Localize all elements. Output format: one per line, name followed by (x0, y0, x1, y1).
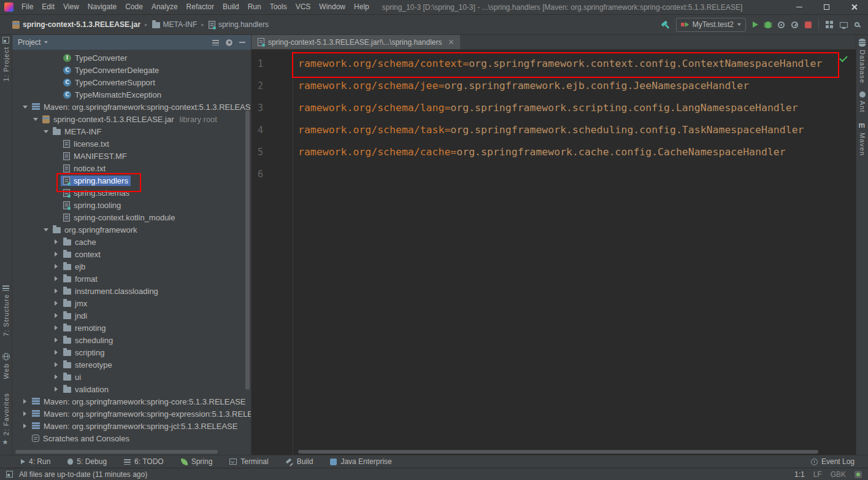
tree-row[interactable]: MANIFEST.MF (12, 150, 251, 162)
tree-row[interactable]: Maven: org.springframework:spring-expres… (12, 408, 251, 420)
run-button[interactable] (753, 21, 758, 28)
editor-tab[interactable]: spring-context-5.1.3.RELEASE.jar!\...\sp… (252, 35, 460, 49)
tree-row[interactable]: TypeConverterDelegate (12, 64, 251, 76)
menu-run[interactable]: Run (244, 0, 266, 14)
tree-row[interactable]: Maven: org.springframework:spring-jcl:5.… (12, 420, 251, 432)
project-scrollbar-vertical[interactable] (245, 110, 250, 390)
tree-row[interactable]: cache (12, 236, 251, 248)
menu-build[interactable]: Build (218, 0, 244, 14)
close-button[interactable] (840, 0, 868, 14)
chevron-expanded-icon[interactable] (20, 101, 29, 113)
tree-row[interactable]: scripting (12, 346, 251, 358)
tree-row[interactable]: license.txt (12, 137, 251, 150)
layout-grid-icon[interactable] (826, 21, 833, 28)
project-view-selector[interactable]: Project (18, 38, 40, 47)
file-encoding[interactable]: GBK (831, 470, 846, 479)
tree-row[interactable]: remoting (12, 322, 251, 334)
chevron-collapsed-icon[interactable] (52, 309, 61, 322)
tree-row[interactable]: format (12, 273, 251, 285)
menu-refactor[interactable]: Refactor (182, 0, 218, 14)
tree-row[interactable]: spring.schemas (12, 187, 251, 199)
coverage-button[interactable] (778, 21, 785, 28)
gear-icon[interactable] (226, 40, 232, 45)
collapse-all-icon[interactable] (212, 40, 219, 45)
tool-button-build[interactable]: Build (286, 457, 313, 466)
menu-window[interactable]: Window (315, 0, 350, 14)
tool-button-ant[interactable]: Ant (856, 91, 868, 113)
tree-row[interactable]: context (12, 248, 251, 260)
chevron-collapsed-icon[interactable] (52, 260, 61, 273)
maximize-button[interactable] (813, 0, 840, 14)
chevron-expanded-icon[interactable] (41, 223, 50, 236)
tool-button-maven[interactable]: Maven (856, 122, 868, 156)
chevron-collapsed-icon[interactable] (52, 346, 61, 358)
chevron-collapsed-icon[interactable] (20, 395, 29, 408)
menu-edit[interactable]: Edit (37, 0, 59, 14)
tool-button-5-debug[interactable]: 5: Debug (67, 457, 107, 466)
chevron-expanded-icon[interactable] (41, 125, 50, 137)
tree-row[interactable]: org.springframework (12, 223, 251, 236)
highlighting-level-icon[interactable] (855, 471, 862, 478)
tree-row[interactable]: Maven: org.springframework:spring-contex… (12, 101, 251, 113)
monitor-icon[interactable] (840, 22, 848, 28)
menu-navigate[interactable]: Navigate (83, 0, 121, 14)
chevron-expanded-icon[interactable] (31, 113, 40, 125)
chevron-collapsed-icon[interactable] (52, 358, 61, 371)
tree-row[interactable]: scheduling (12, 334, 251, 346)
menu-view[interactable]: View (59, 0, 83, 14)
project-scrollbar-horizontal[interactable] (15, 450, 218, 454)
tree-row[interactable]: TypeConverterSupport (12, 76, 251, 88)
tool-button-web[interactable]: Web (0, 353, 12, 379)
tree-row[interactable]: Scratches and Consoles (12, 432, 251, 444)
run-config-selector[interactable]: MyTest.test2 (676, 18, 746, 32)
search-everywhere-icon[interactable] (855, 22, 859, 27)
tree-row[interactable]: spring-context-5.1.3.RELEASE.jarlibrary … (12, 113, 251, 125)
menu-help[interactable]: Help (350, 0, 374, 14)
tree-row[interactable]: spring-context.kotlin_module (12, 211, 251, 223)
editor-content[interactable]: ramework.org/schema/context=org.springfr… (298, 50, 856, 455)
chevron-collapsed-icon[interactable] (52, 273, 61, 285)
tool-button-structure[interactable]: 7: Structure (0, 285, 12, 336)
hide-panel-icon[interactable] (239, 42, 245, 43)
tool-button-favorites[interactable]: 2: Favorites (0, 393, 12, 446)
chevron-collapsed-icon[interactable] (52, 383, 61, 395)
chevron-collapsed-icon[interactable] (20, 408, 29, 420)
minimize-button[interactable] (785, 0, 813, 14)
tool-button-database[interactable]: Database (856, 39, 868, 83)
tool-window-switcher-icon[interactable] (6, 471, 13, 478)
breadcrumb-item[interactable]: spring-context-5.1.3.RELEASE.jar (12, 20, 140, 29)
tree-row[interactable]: stereotype (12, 358, 251, 371)
chevron-collapsed-icon[interactable] (52, 285, 61, 297)
tree-row[interactable]: ejb (12, 260, 251, 273)
tree-row[interactable]: META-INF (12, 125, 251, 137)
tree-row[interactable]: validation (12, 383, 251, 395)
caret-position[interactable]: 1:1 (794, 470, 805, 479)
tree-row[interactable]: TypeConverter (12, 52, 251, 64)
tool-button-java-enterprise[interactable]: Java Enterprise (330, 457, 391, 466)
chevron-collapsed-icon[interactable] (52, 371, 61, 383)
menu-tools[interactable]: Tools (266, 0, 291, 14)
chevron-collapsed-icon[interactable] (52, 236, 61, 248)
tree-row[interactable]: TypeMismatchException (12, 88, 251, 101)
editor-scrollbar-horizontal[interactable] (298, 450, 818, 454)
stop-button[interactable] (805, 21, 812, 28)
menu-analyze[interactable]: Analyze (147, 0, 182, 14)
tree-row[interactable]: notice.txt (12, 162, 251, 174)
chevron-collapsed-icon[interactable] (52, 248, 61, 260)
tree-row[interactable]: ui (12, 371, 251, 383)
tree-row[interactable]: jndi (12, 309, 251, 322)
tree-row[interactable]: Maven: org.springframework:spring-core:5… (12, 395, 251, 408)
close-tab-icon[interactable] (448, 39, 454, 45)
chevron-collapsed-icon[interactable] (52, 297, 61, 309)
breadcrumb-item[interactable]: META-INF (152, 20, 198, 29)
chevron-collapsed-icon[interactable] (52, 322, 61, 334)
breadcrumb-item[interactable]: spring.handlers (209, 20, 269, 29)
tool-button-6-todo[interactable]: 6: TODO (124, 457, 164, 466)
tool-button-spring[interactable]: Spring (181, 457, 213, 466)
chevron-collapsed-icon[interactable] (20, 420, 29, 432)
tree-row[interactable]: spring.tooling (12, 199, 251, 211)
line-separator[interactable]: LF (813, 470, 822, 479)
menu-code[interactable]: Code (121, 0, 147, 14)
menu-file[interactable]: File (17, 0, 37, 14)
debug-button[interactable] (765, 21, 771, 28)
